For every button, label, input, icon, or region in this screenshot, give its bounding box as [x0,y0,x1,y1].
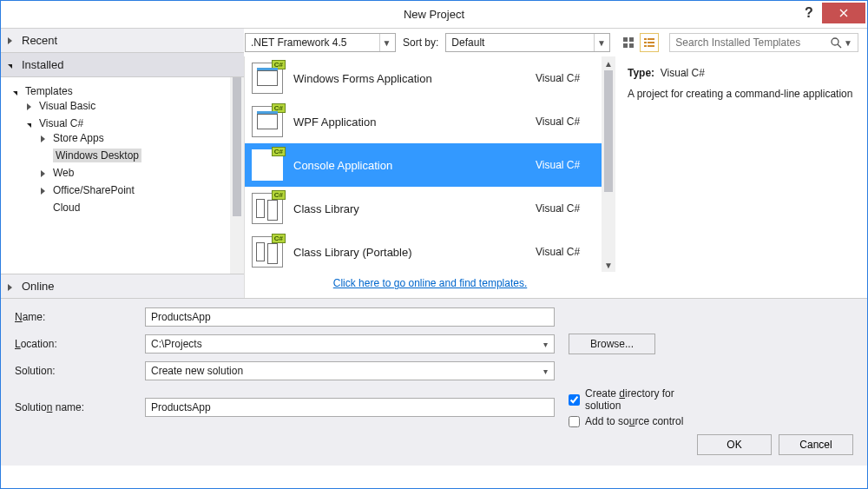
template-lang: Visual C# [536,159,605,171]
bottom-form: Name: ProductsApp Location: C:\Projects … [1,298,867,466]
svg-rect-7 [648,42,654,43]
form-icon: C# [252,106,283,137]
main-area: Recent Installed Templates Visual Basic [1,29,867,298]
template-item[interactable]: C#WPF ApplicationVisual C# [245,100,615,143]
online-templates-link-row: Click here to go online and find templat… [245,270,615,298]
type-label: Type: [628,67,654,79]
svg-rect-1 [629,37,634,42]
chevron-down-icon [13,86,17,98]
scroll-up-icon[interactable]: ▲ [602,56,615,70]
template-lang: Visual C# [536,202,605,215]
chevron-right-icon [8,281,12,294]
sort-value: Default [451,36,484,49]
template-name: Class Library [293,202,525,215]
template-name: WPF Application [293,116,525,129]
name-label: Name: [15,311,145,323]
source-control-checkbox[interactable]: Add to source control [569,415,699,427]
online-templates-link[interactable]: Click here to go online and find templat… [333,277,527,289]
solution-name-label: Solution name: [15,401,145,413]
lib-icon: C# [252,193,283,224]
browse-button[interactable]: Browse... [569,334,655,354]
view-list-button[interactable] [640,33,659,52]
location-label: Location: [15,338,145,350]
chevron-right-icon [27,101,31,113]
chevron-down-icon[interactable]: ▾ [538,362,552,380]
scroll-down-icon[interactable]: ▼ [602,258,615,272]
template-lang: Visual C# [536,246,605,258]
svg-rect-9 [648,45,654,47]
template-list-panel: C#Windows Forms ApplicationVisual C#C#WP… [245,56,615,298]
template-name: Windows Forms Application [293,72,525,85]
search-icon [830,36,842,49]
tree-node-store-apps[interactable]: Store Apps [53,129,244,147]
tree-node-web[interactable]: Web [53,164,244,182]
svg-line-11 [838,44,841,48]
sort-by-label: Sort by: [403,36,438,49]
view-grid-button[interactable] [619,33,638,52]
chevron-right-icon [41,168,45,180]
tree-node-visual-basic[interactable]: Visual Basic [39,97,244,115]
framework-combo[interactable]: .NET Framework 4.5 ▼ [245,33,396,52]
cancel-button[interactable]: Cancel [779,434,853,455]
create-directory-checkbox[interactable]: Create directory for solution [569,387,699,412]
chevron-right-icon [41,133,45,145]
template-item[interactable]: C#Class LibraryVisual C# [245,187,615,230]
sidebar-recent-label: Recent [22,34,57,47]
chevron-down-icon [8,58,16,67]
close-icon [839,9,848,17]
svg-rect-8 [644,45,647,47]
name-field[interactable]: ProductsApp [145,307,555,327]
tree-scrollbar[interactable] [230,77,244,274]
svg-point-10 [832,38,838,45]
sidebar-installed-label: Installed [22,58,63,71]
chevron-down-icon [27,118,31,130]
chevron-right-icon [41,185,45,197]
solution-name-field[interactable]: ProductsApp [145,398,555,417]
tree-node-visual-csharp[interactable]: Visual C# Store Apps Windows Desktop [39,115,244,219]
sidebar-section-installed[interactable]: Installed [1,53,244,77]
template-item[interactable]: C#Windows Forms ApplicationVisual C# [245,56,615,100]
template-name: Console Application [293,159,525,172]
svg-rect-0 [623,37,628,42]
svg-rect-3 [629,43,634,48]
chevron-down-icon: ▼ [594,34,608,51]
grid-icon [622,36,635,49]
list-scrollbar[interactable]: ▲ ▼ [602,56,615,272]
templates-tree: Templates Visual Basic Visual C# [1,77,244,274]
chevron-down-icon[interactable]: ▾ [538,335,552,353]
type-value: Visual C# [661,67,705,79]
template-item[interactable]: C#Class Library (Portable)Visual C# [245,230,615,270]
svg-rect-2 [623,43,628,48]
sort-combo[interactable]: Default ▼ [445,33,610,52]
tree-node-windows-desktop[interactable]: Windows Desktop [53,147,244,164]
chevron-down-icon[interactable]: ▼ [842,38,854,48]
console-icon: C#C:\ [252,149,283,181]
sidebar-section-recent[interactable]: Recent [1,29,244,53]
help-button[interactable]: ? [796,3,822,23]
sidebar-section-online[interactable]: Online [1,274,244,298]
list-icon [643,36,655,49]
template-item[interactable]: C#C:\Console ApplicationVisual C# [245,143,615,187]
template-lang: Visual C# [536,72,605,84]
description-text: A project for creating a command-line ap… [628,86,855,102]
lib-icon: C# [252,236,283,268]
titlebar: New Project ? [1,1,867,29]
chevron-down-icon: ▼ [379,34,393,51]
svg-rect-5 [648,38,654,40]
chevron-right-icon [8,34,16,43]
solution-combo[interactable]: Create new solution ▾ [145,361,555,380]
search-input[interactable] [674,36,830,50]
svg-rect-4 [644,38,647,40]
ok-button[interactable]: OK [697,434,772,455]
template-lang: Visual C# [536,116,605,128]
description-panel: Type: Visual C# A project for creating a… [615,56,867,298]
tree-node-cloud[interactable]: Cloud [53,199,244,216]
search-box[interactable]: ▼ [669,33,858,52]
tree-node-office-sharepoint[interactable]: Office/SharePoint [53,182,244,199]
solution-label: Solution: [15,365,145,377]
close-button[interactable] [822,3,865,23]
location-field[interactable]: C:\Projects ▾ [145,334,555,354]
template-name: Class Library (Portable) [293,246,525,259]
form-icon: C# [252,63,283,94]
tree-node-templates[interactable]: Templates Visual Basic Visual C# [25,83,244,221]
